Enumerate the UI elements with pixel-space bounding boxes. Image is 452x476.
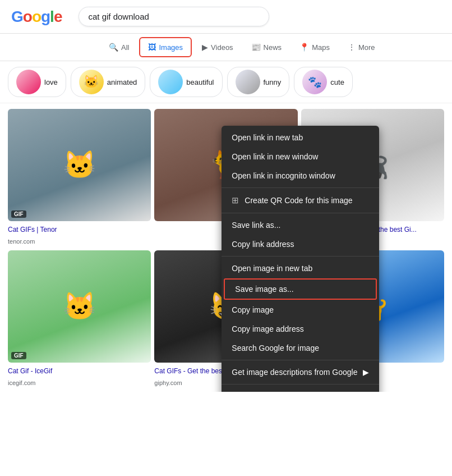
filter-animated-label: animated [107,78,137,86]
nav-tabs: 🔍 All 🖼 Images ▶ Videos 📰 News 📍 Maps ⋮ … [0,34,452,61]
filter-funny-label: funny [264,78,282,86]
qr-icon: ⊞ [232,195,239,205]
videos-icon: ▶ [202,43,208,52]
image-item-4[interactable]: 🐱 GIF [8,250,151,363]
ctx-create-qr[interactable]: ⊞ Create QR Code for this image [222,190,379,210]
ctx-copy-image-label: Copy image [232,305,274,314]
tab-videos-label: Videos [211,43,233,52]
arrow-icon: ▶ [363,368,369,377]
filter-love-label: love [44,78,58,86]
tab-all-label: All [121,43,129,52]
search-icon: 🔍 [109,43,118,52]
ctx-get-descriptions-label: Get image descriptions from Google [232,368,357,377]
ctx-save-image[interactable]: Save image as... [224,278,377,300]
ctx-copy-image-addr-label: Copy image address [232,324,303,333]
filter-animated[interactable]: 🐱 animated [71,67,145,97]
ctx-open-new-window[interactable]: Open link in new window [222,147,379,166]
ctx-open-incognito-label: Open link in incognito window [232,171,335,180]
image-grid-row1: 🐱 GIF Cat GIFs | Tenor tenor.com 🐈 Open … [0,103,452,250]
ctx-copy-link[interactable]: Copy link address [222,235,379,254]
tab-images-label: Images [159,43,183,52]
filter-love[interactable]: love [8,67,66,97]
ctx-open-incognito[interactable]: Open link in incognito window [222,166,379,185]
ctx-copy-link-label: Copy link address [232,240,294,249]
tab-all[interactable]: 🔍 All [101,38,137,56]
filter-funny-thumb [236,70,260,94]
tab-news-label: News [264,43,282,52]
filter-beautiful[interactable]: beautiful [150,67,222,97]
ctx-search-google-label: Search Google for image [232,344,319,353]
image-source-1: tenor.com [8,238,151,245]
ctx-inspect[interactable]: Inspect [222,387,379,392]
ctx-open-new-tab-label: Open link in new tab [232,133,303,142]
ctx-copy-image[interactable]: Copy image [222,300,379,319]
filter-row: love 🐱 animated beautiful funny 🐾 cute [0,61,452,103]
ctx-save-link-label: Save link as... [232,221,280,230]
image-col-4: 🐱 GIF Cat Gif - IceGif icegif.com [8,250,151,386]
news-icon: 📰 [251,43,261,52]
ctx-divider-5 [222,384,379,385]
tab-more[interactable]: ⋮ More [340,38,383,56]
tab-maps[interactable]: 📍 Maps [292,38,338,56]
ctx-copy-image-addr[interactable]: Copy image address [222,319,379,338]
filter-cute[interactable]: 🐾 cute [294,67,353,97]
ctx-open-image-tab-label: Open image in new tab [232,264,312,273]
gif-badge-1: GIF [11,210,26,218]
filter-beautiful-thumb [158,70,183,94]
image-item-1[interactable]: 🐱 GIF [8,109,151,221]
ctx-save-link[interactable]: Save link as... [222,216,379,235]
header: Google cat gif download [0,0,452,34]
ctx-get-descriptions[interactable]: Get image descriptions from Google ▶ [222,363,379,382]
image-col-2: 🐈 Open link in new tab Open link in new … [154,109,297,245]
ctx-divider-4 [222,360,379,360]
images-icon: 🖼 [148,43,156,52]
tab-news[interactable]: 📰 News [243,38,290,56]
ctx-create-qr-label: Create QR Code for this image [245,196,352,205]
google-logo: Google [11,8,62,26]
image-source-4: icegif.com [8,379,151,386]
tab-maps-label: Maps [312,43,330,52]
search-box[interactable]: cat gif download [79,7,269,26]
image-caption-4: Cat Gif - IceGif [8,366,151,376]
ctx-divider-3 [222,256,379,257]
ctx-search-google[interactable]: Search Google for image [222,338,379,358]
maps-icon: 📍 [299,43,309,52]
ctx-divider-1 [222,187,379,188]
filter-love-thumb [16,70,41,94]
context-menu: Open link in new tab Open link in new wi… [222,126,379,392]
filter-beautiful-label: beautiful [186,78,214,86]
ctx-divider-2 [222,213,379,213]
ctx-save-image-label: Save image as... [235,285,293,294]
tab-videos[interactable]: ▶ Videos [194,38,241,56]
filter-animated-thumb: 🐱 [79,70,104,94]
ctx-open-new-tab[interactable]: Open link in new tab [222,128,379,147]
search-text: cat gif download [88,12,149,21]
tab-more-label: More [358,43,375,52]
filter-cute-thumb: 🐾 [302,70,327,94]
image-col-1: 🐱 GIF Cat GIFs | Tenor tenor.com [8,109,151,245]
ctx-open-image-tab[interactable]: Open image in new tab [222,259,379,278]
tab-images[interactable]: 🖼 Images [139,37,192,57]
ctx-open-new-window-label: Open link in new window [232,152,318,161]
filter-funny[interactable]: funny [227,67,290,97]
more-icon: ⋮ [348,43,356,52]
image-caption-1: Cat GIFs | Tenor [8,225,151,235]
filter-cute-label: cute [330,78,344,86]
gif-badge-4: GIF [11,352,26,359]
